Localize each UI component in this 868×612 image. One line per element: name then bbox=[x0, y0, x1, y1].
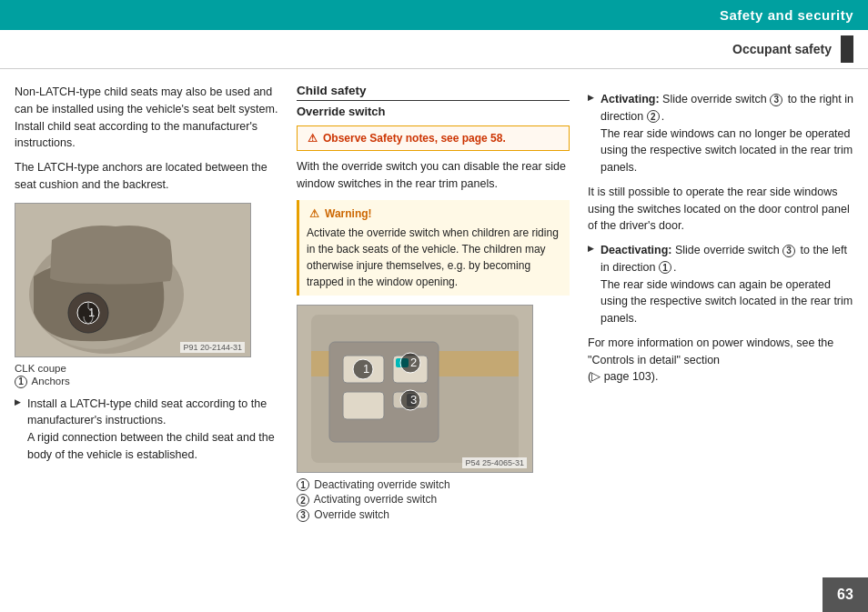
left-para2: The LATCH-type anchors are located betwe… bbox=[15, 159, 278, 194]
warning-icon: ⚠ bbox=[307, 206, 321, 221]
sub-header: Occupant safety bbox=[0, 30, 868, 69]
left-bullet-list: Install a LATCH-type child seat accordin… bbox=[15, 396, 278, 464]
right-arrow-list-2: Deactivating: Slide override switch 3 to… bbox=[588, 242, 853, 327]
left-column: Non-LATCH-type child seats may also be u… bbox=[15, 84, 278, 526]
clk-image-svg: 1 bbox=[15, 204, 250, 356]
caption-item-2: 2 Activating override switch bbox=[297, 493, 570, 507]
deactivating-item: Deactivating: Slide override switch 3 to… bbox=[588, 242, 853, 327]
section-marker bbox=[841, 35, 853, 63]
middle-text: It is still possible to operate the rear… bbox=[588, 184, 853, 235]
caption-item-3: 3 Override switch bbox=[297, 508, 570, 522]
img-label-anchors: 1 Anchors bbox=[15, 376, 278, 388]
override-switch-image: 1 2 3 P54 25-4065-31 bbox=[297, 305, 533, 473]
image-code-left: P91 20-2144-31 bbox=[180, 342, 245, 353]
warning-box: ⚠ Warning! Activate the override switch … bbox=[297, 200, 570, 296]
activating-item: Activating: Slide override switch 3 to t… bbox=[588, 91, 853, 176]
svg-text:2: 2 bbox=[410, 356, 417, 369]
mid-column: Child safety Override switch ⚠ Observe S… bbox=[297, 84, 570, 526]
footer-text: For more information on power windows, s… bbox=[588, 335, 853, 386]
warning-triangle-icon: ⚠ bbox=[305, 131, 319, 145]
page-number: 63 bbox=[823, 577, 868, 612]
clk-coupe-image: 1 P91 20-2144-31 bbox=[15, 203, 251, 357]
sub-header-title: Occupant safety bbox=[732, 42, 832, 56]
activating-note: The rear side windows can no longer be o… bbox=[601, 127, 853, 175]
child-safety-title: Child safety bbox=[297, 84, 570, 101]
main-content: Non-LATCH-type child seats may also be u… bbox=[0, 69, 868, 540]
deactivating-note: The rear side windows can again be opera… bbox=[601, 278, 853, 326]
safety-note-title: ⚠ Observe Safety notes, see page 58. bbox=[305, 131, 561, 145]
deactivating-label: Deactivating: bbox=[601, 244, 672, 256]
right-arrow-list: Activating: Slide override switch 3 to t… bbox=[588, 91, 853, 176]
override-switch-title: Override switch bbox=[297, 105, 570, 118]
left-para1: Non-LATCH-type child seats may also be u… bbox=[15, 84, 278, 152]
warning-title: ⚠ Warning! bbox=[307, 206, 562, 222]
override-image-svg: 1 2 3 bbox=[298, 306, 532, 472]
svg-text:1: 1 bbox=[363, 362, 369, 376]
safety-note-box: ⚠ Observe Safety notes, see page 58. bbox=[297, 125, 570, 151]
caption-item-1: 1 Deactivating override switch bbox=[297, 478, 570, 492]
activating-label: Activating: bbox=[601, 93, 660, 105]
left-bullet-item: Install a LATCH-type child seat accordin… bbox=[15, 396, 278, 464]
circle-1: 1 bbox=[15, 376, 27, 388]
header-title: Safety and security bbox=[720, 7, 853, 23]
svg-rect-11 bbox=[343, 392, 384, 419]
image-code-mid: P54 25-4065-31 bbox=[462, 457, 527, 468]
caption-list: 1 Deactivating override switch 2 Activat… bbox=[297, 478, 570, 522]
right-column: Activating: Slide override switch 3 to t… bbox=[588, 84, 853, 526]
img-label-model: CLK coupe bbox=[15, 363, 278, 374]
page-header: Safety and security bbox=[0, 0, 868, 30]
mid-body-text: With the override switch you can disable… bbox=[297, 158, 570, 193]
svg-text:3: 3 bbox=[410, 393, 417, 406]
